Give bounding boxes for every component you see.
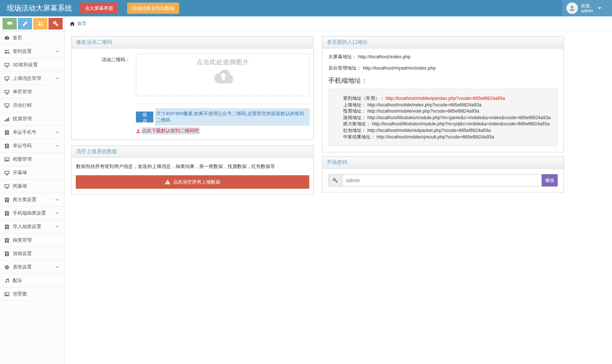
sidebar-item[interactable]: 幸运号码 bbox=[0, 139, 64, 153]
sidebar-item-label: 背景图 bbox=[13, 291, 27, 297]
sidebar-item-label: 单页管理 bbox=[13, 89, 32, 95]
quick-action-button[interactable] bbox=[3, 18, 17, 30]
qr-field-label: 活动二维码： bbox=[75, 54, 136, 96]
chat-icon bbox=[7, 21, 13, 27]
mobile-url-line: 游戏地址：http://localhost/Modules/module.php… bbox=[343, 115, 554, 121]
quick-action-button[interactable] bbox=[33, 18, 47, 30]
clear-panel-title: 清空上墙系统数据 bbox=[72, 146, 313, 158]
sidebar-item[interactable]: 投票管理 bbox=[0, 112, 64, 126]
mobile-url-line: 上墙地址：http://localhost/mobile/index.php?v… bbox=[343, 102, 554, 109]
welcome-text: 欢迎, bbox=[581, 3, 591, 8]
quick-action-button[interactable] bbox=[18, 18, 32, 30]
mobile-url-value: http://localhost/mobile/redpacket.php?vc… bbox=[368, 128, 491, 133]
upload-hint-text: 点击此处选择图片 bbox=[136, 58, 309, 66]
export-data-button[interactable]: 活动结束去导出数据 bbox=[127, 3, 179, 14]
admin-url-line: 后台管理地址：http://localhost/myadmin/index.ph… bbox=[328, 65, 558, 71]
sidebar-item[interactable]: 签到设置 bbox=[0, 45, 64, 58]
sidebar-item[interactable]: 背景图 bbox=[0, 287, 64, 301]
sidebar-item[interactable]: 摇大奖设置 bbox=[0, 193, 64, 207]
chevron-down-icon bbox=[55, 224, 59, 229]
mobile-url-value: http://localhost/mobile/cjresult.php?vco… bbox=[377, 134, 494, 140]
mobile-url-label: 摇大奖地址： bbox=[343, 121, 370, 126]
top-navbar: 现场活动大屏幕系统 去大屏幕界面 活动结束去导出数据 欢迎, admin bbox=[0, 0, 612, 16]
sidebar-item-label: 签到设置 bbox=[13, 48, 32, 55]
warning-icon bbox=[165, 179, 170, 185]
mobile-url-line: 摇大奖地址：http://localhost/Modules/module.ph… bbox=[343, 121, 554, 128]
home-icon bbox=[70, 21, 75, 27]
desktop-icon bbox=[4, 89, 10, 95]
password-panel-title: 开场密码 bbox=[322, 157, 564, 169]
gift-icon bbox=[4, 251, 10, 257]
breadcrumb: 首页 bbox=[64, 16, 612, 31]
quick-action-button[interactable] bbox=[48, 18, 63, 30]
sidebar-item-label: 幸运手机号 bbox=[13, 129, 36, 136]
gift-icon bbox=[4, 238, 10, 243]
gear-icon bbox=[4, 265, 10, 270]
mobile-url-label: 投票地址： bbox=[343, 109, 366, 114]
pencil-icon bbox=[22, 21, 28, 27]
sidebar-item-label: 导入抽奖设置 bbox=[13, 223, 41, 230]
sidebar-item[interactable]: 活动行程 bbox=[0, 99, 64, 112]
username-text: admin bbox=[581, 8, 593, 13]
sidebar-item[interactable]: 幸运手机号 bbox=[0, 126, 64, 139]
download-icon bbox=[136, 129, 141, 133]
qr-panel: 修改活动二维码 活动二维码： 点击此处选择图片 保存 尺寸400*400像素,如… bbox=[71, 36, 314, 140]
download-default-qr-link[interactable]: 点此下载默认签到二维码吧 bbox=[141, 127, 200, 134]
entry-urls-panel: 各页面的入口地址 大屏幕地址：http://localhost/index.ph… bbox=[322, 36, 564, 152]
key-icon bbox=[333, 178, 338, 183]
desktop-icon bbox=[4, 62, 10, 68]
sidebar-item[interactable]: 系统设置 bbox=[0, 261, 64, 274]
chevron-down-icon bbox=[55, 211, 59, 215]
sidebar-item-label: 游戏设置 bbox=[13, 250, 32, 257]
mobile-url-label: 游戏地址： bbox=[343, 115, 366, 120]
sidebar-item[interactable]: 导入抽奖设置 bbox=[0, 220, 64, 234]
sidebar-item-label: 活动行程 bbox=[13, 102, 32, 109]
sidebar-item[interactable]: 抽奖管理 bbox=[0, 234, 64, 247]
clear-button-label: 点此清空所有上墙数据 bbox=[173, 179, 220, 185]
sub-bar: 首页 bbox=[0, 16, 612, 31]
clear-all-data-button[interactable]: 点此清空所有上墙数据 bbox=[76, 175, 309, 189]
sidebar-item[interactable]: 手机端抽奖设置 bbox=[0, 207, 64, 220]
modify-password-button[interactable]: 修改 bbox=[542, 174, 558, 187]
mobile-url-value: http://localhost/mobile/qiandao.php?vcod… bbox=[386, 96, 505, 101]
person-icon bbox=[569, 5, 576, 12]
gears-icon bbox=[53, 21, 59, 27]
gift-icon bbox=[4, 211, 10, 216]
go-big-screen-button[interactable]: 去大屏幕界面 bbox=[80, 3, 118, 14]
sidebar-item[interactable]: 首页 bbox=[0, 31, 64, 45]
sidebar-item-label: 手机端抽奖设置 bbox=[13, 210, 46, 216]
dashboard-icon bbox=[4, 35, 10, 41]
sidebar-item-label: 系统设置 bbox=[13, 264, 32, 270]
gift-icon bbox=[4, 130, 10, 135]
mobile-url-line: 签到地址（常用）：http://localhost/mobile/qiandao… bbox=[343, 95, 554, 102]
sidebar-item[interactable]: 游戏设置 bbox=[0, 247, 64, 261]
sidebar-item-label: 首页 bbox=[13, 35, 22, 41]
opening-password-input[interactable] bbox=[342, 174, 542, 187]
save-button[interactable]: 保存 bbox=[136, 111, 153, 122]
sidebar-item[interactable]: 3D签到设置 bbox=[0, 58, 64, 72]
sidebar-item[interactable]: 开幕墙 bbox=[0, 166, 64, 180]
clear-data-panel: 清空上墙系统数据 数据包括所有签到用户信息，发送的上墙消息，抽奖结果，摇一摇数据… bbox=[71, 145, 314, 195]
users-icon bbox=[38, 21, 43, 27]
admin-url-label: 后台管理地址： bbox=[328, 65, 361, 71]
mobile-url-value: http://localhost/Modules/module.php?m=yd… bbox=[372, 121, 550, 126]
chevron-down-icon bbox=[55, 76, 59, 81]
sidebar-item[interactable]: 单页管理 bbox=[0, 85, 64, 99]
mobile-url-list: 签到地址（常用）：http://localhost/mobile/qiandao… bbox=[328, 89, 558, 146]
mobile-url-value: http://localhost/Modules/module.php?m=ga… bbox=[368, 115, 551, 120]
gift-icon bbox=[4, 224, 10, 230]
sidebar-item-label: 投票管理 bbox=[13, 116, 32, 122]
qr-upload-dropzone[interactable]: 点击此处选择图片 bbox=[136, 54, 310, 96]
image-icon bbox=[4, 291, 10, 297]
mobile-url-line: 中奖结果地址：http://localhost/mobile/cjresult.… bbox=[343, 134, 554, 141]
sidebar-item[interactable]: 相册管理 bbox=[0, 153, 64, 166]
music-icon bbox=[4, 278, 10, 283]
sidebar-item[interactable]: 上墙消息管理 bbox=[0, 72, 64, 85]
user-greeting: 欢迎, admin bbox=[581, 3, 593, 13]
sidebar-item[interactable]: 配乐 bbox=[0, 274, 64, 287]
desktop-icon bbox=[4, 76, 10, 81]
entry-panel-title: 各页面的入口地址 bbox=[322, 36, 564, 48]
sidebar-item[interactable]: 闭幕墙 bbox=[0, 180, 64, 193]
user-menu[interactable]: 欢迎, admin bbox=[562, 0, 612, 16]
breadcrumb-home-link[interactable]: 首页 bbox=[77, 20, 87, 27]
